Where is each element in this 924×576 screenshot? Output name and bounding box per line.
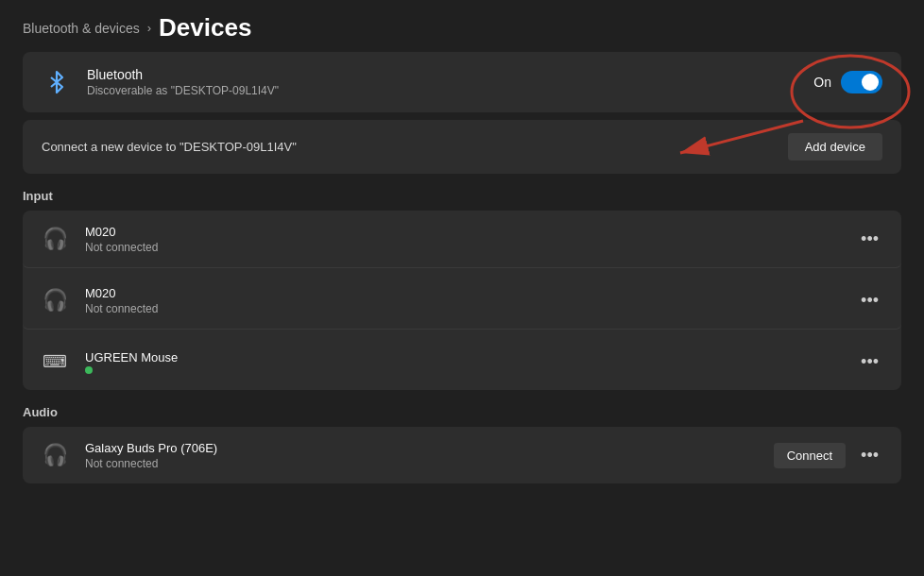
device-status xyxy=(85,366,178,374)
device-more-button[interactable]: ••• xyxy=(853,442,886,469)
add-device-button[interactable]: Add device xyxy=(788,133,882,161)
add-device-card: Connect a new device to "DESKTOP-09L1I4V… xyxy=(23,120,901,174)
audio-section-label: Audio xyxy=(23,405,901,419)
list-item: 🎧 M020 Not connected ••• xyxy=(23,211,901,268)
device-more-button[interactable]: ••• xyxy=(853,226,886,253)
toggle-thumb xyxy=(862,74,879,91)
device-status: Not connected xyxy=(85,302,158,315)
list-item: ⌨ UGREEN Mouse ••• xyxy=(23,333,901,390)
page-title: Devices xyxy=(159,13,251,42)
device-name: Galaxy Buds Pro (706E) xyxy=(85,441,217,455)
breadcrumb-parent[interactable]: Bluetooth & devices xyxy=(23,21,140,36)
bluetooth-icon xyxy=(42,67,72,97)
headphones-icon: 🎧 xyxy=(38,283,72,317)
device-name: M020 xyxy=(85,286,158,300)
bluetooth-card: Bluetooth Discoverable as "DESKTOP-09L1I… xyxy=(23,52,901,112)
bluetooth-toggle[interactable] xyxy=(841,71,882,93)
headphones-icon: 🎧 xyxy=(38,222,72,256)
headset-icon: 🎧 xyxy=(38,438,72,472)
list-item: 🎧 M020 Not connected ••• xyxy=(23,272,901,330)
bluetooth-title: Bluetooth xyxy=(87,67,279,82)
bluetooth-subtitle: Discoverable as "DESKTOP-09L1I4V" xyxy=(87,84,279,97)
bluetooth-info: Bluetooth Discoverable as "DESKTOP-09L1I… xyxy=(42,67,279,97)
device-more-button[interactable]: ••• xyxy=(853,348,886,376)
keyboard-icon: ⌨ xyxy=(38,345,72,379)
connect-button[interactable]: Connect xyxy=(774,443,846,468)
audio-devices-card: 🎧 Galaxy Buds Pro (706E) Not connected C… xyxy=(23,427,901,483)
device-status: Not connected xyxy=(85,457,217,470)
bluetooth-toggle-label: On xyxy=(813,75,831,90)
add-device-text: Connect a new device to "DESKTOP-09L1I4V… xyxy=(42,140,297,154)
device-name: M020 xyxy=(85,225,158,239)
device-status: Not connected xyxy=(85,241,158,254)
list-item: 🎧 Galaxy Buds Pro (706E) Not connected C… xyxy=(23,427,901,483)
input-devices-card: 🎧 M020 Not connected ••• 🎧 M020 Not conn xyxy=(23,211,901,390)
connected-dot xyxy=(85,366,93,374)
input-section-label: Input xyxy=(23,189,901,203)
breadcrumb-separator: › xyxy=(147,21,151,35)
device-more-button[interactable]: ••• xyxy=(853,287,886,314)
device-name: UGREEN Mouse xyxy=(85,350,178,364)
